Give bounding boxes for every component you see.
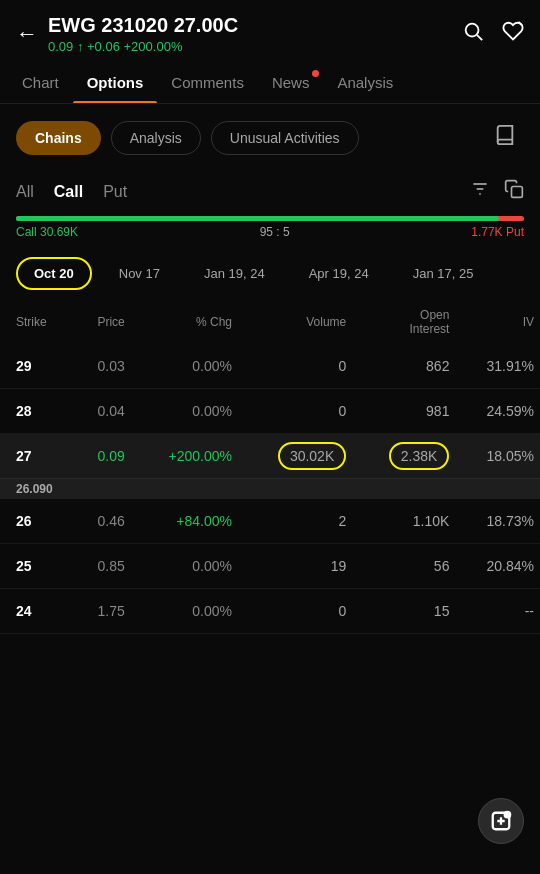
td-price: 0.03 [75, 344, 131, 389]
svg-point-0 [466, 24, 479, 37]
td-iv: 18.05% [455, 434, 540, 479]
td-oi: 1.10K [352, 499, 455, 544]
cp-icons [470, 179, 524, 204]
tab-options[interactable]: Options [73, 62, 158, 103]
td-oi: 862 [352, 344, 455, 389]
header-left: ← EWG 231020 27.00C 0.09 ↑ +0.06 +200.00… [16, 14, 238, 54]
td-price: 0.85 [75, 544, 131, 589]
table-row[interactable]: 25 0.85 0.00% 19 56 20.84% [0, 544, 540, 589]
td-pct-chg: +200.00% [131, 434, 238, 479]
tab-chart[interactable]: Chart [8, 62, 73, 103]
put-option[interactable]: Put [103, 183, 127, 201]
td-oi: 981 [352, 389, 455, 434]
progress-bar-bg [16, 216, 524, 221]
table-header-row: Strike Price % Chg Volume OpenInterest I… [0, 300, 540, 344]
date-chip-jan1924[interactable]: Jan 19, 24 [187, 258, 282, 289]
table-row[interactable]: 27 0.09 +200.00% 30.02K 2.38K 18.05% [0, 434, 540, 479]
td-pct-chg: 0.00% [131, 389, 238, 434]
table-row[interactable]: 28 0.04 0.00% 0 981 24.59% [0, 389, 540, 434]
search-icon[interactable] [462, 20, 484, 48]
td-iv: 18.73% [455, 499, 540, 544]
td-oi: 15 [352, 589, 455, 634]
td-pct-chg: 0.00% [131, 344, 238, 389]
float-button[interactable] [478, 798, 524, 844]
td-oi: 2.38K [352, 434, 455, 479]
nav-tabs: Chart Options Comments News Analysis [0, 62, 540, 104]
td-strike: 25 [0, 544, 75, 589]
table-row[interactable]: 29 0.03 0.00% 0 862 31.91% [0, 344, 540, 389]
sub-tab-unusual[interactable]: Unusual Activities [211, 121, 359, 155]
news-notification-dot [312, 70, 319, 77]
td-strike: 29 [0, 344, 75, 389]
header: ← EWG 231020 27.00C 0.09 ↑ +0.06 +200.00… [0, 0, 540, 62]
options-table: Strike Price % Chg Volume OpenInterest I… [0, 300, 540, 634]
date-row: Oct 20 Nov 17 Jan 19, 24 Apr 19, 24 Jan … [0, 247, 540, 300]
td-volume: 19 [238, 544, 352, 589]
watchlist-icon[interactable] [502, 20, 524, 48]
title-block: EWG 231020 27.00C 0.09 ↑ +0.06 +200.00% [48, 14, 238, 54]
td-pct-chg: +84.00% [131, 499, 238, 544]
td-iv: -- [455, 589, 540, 634]
td-price: 0.04 [75, 389, 131, 434]
table-row[interactable]: 24 1.75 0.00% 0 15 -- [0, 589, 540, 634]
td-volume: 30.02K [238, 434, 352, 479]
ratio-label: 95 : 5 [260, 225, 290, 239]
td-price: 0.09 [75, 434, 131, 479]
progress-bar-fill [16, 216, 499, 221]
put-volume-label: 1.77K Put [471, 225, 524, 239]
call-option[interactable]: Call [54, 183, 83, 201]
th-pct-chg: % Chg [131, 300, 238, 344]
td-pct-chg: 0.00% [131, 589, 238, 634]
td-strike: 26 [0, 499, 75, 544]
td-iv: 31.91% [455, 344, 540, 389]
td-volume: 2 [238, 499, 352, 544]
filter-icon[interactable] [470, 179, 490, 204]
th-volume: Volume [238, 300, 352, 344]
sub-tabs: Chains Analysis Unusual Activities [0, 104, 540, 171]
td-price: 1.75 [75, 589, 131, 634]
td-volume: 0 [238, 389, 352, 434]
ticker-title: EWG 231020 27.00C [48, 14, 238, 37]
td-volume: 0 [238, 589, 352, 634]
td-iv: 20.84% [455, 544, 540, 589]
progress-labels: Call 30.69K 95 : 5 1.77K Put [16, 225, 524, 239]
back-button[interactable]: ← [16, 21, 38, 47]
tab-news[interactable]: News [258, 62, 324, 103]
th-open-interest: OpenInterest [352, 300, 455, 344]
th-price: Price [75, 300, 131, 344]
table-row[interactable]: 26 0.46 +84.00% 2 1.10K 18.73% [0, 499, 540, 544]
call-put-bar: All Call Put [0, 171, 540, 212]
call-volume-label: Call 30.69K [16, 225, 78, 239]
book-icon[interactable] [486, 116, 524, 159]
th-iv: IV [455, 300, 540, 344]
price-indicator-row: 26.090 [0, 479, 540, 500]
header-icons [462, 20, 524, 48]
svg-point-8 [505, 812, 511, 818]
copy-icon[interactable] [504, 179, 524, 204]
td-strike: 24 [0, 589, 75, 634]
date-chip-apr1924[interactable]: Apr 19, 24 [292, 258, 386, 289]
sub-tab-analysis[interactable]: Analysis [111, 121, 201, 155]
td-strike: 27 [0, 434, 75, 479]
svg-line-2 [519, 22, 523, 26]
tab-comments[interactable]: Comments [157, 62, 258, 103]
th-strike: Strike [0, 300, 75, 344]
all-option[interactable]: All [16, 183, 34, 201]
tab-analysis[interactable]: Analysis [323, 62, 407, 103]
date-chip-nov17[interactable]: Nov 17 [102, 258, 177, 289]
td-strike: 28 [0, 389, 75, 434]
td-oi: 56 [352, 544, 455, 589]
td-volume: 0 [238, 344, 352, 389]
progress-section: Call 30.69K 95 : 5 1.77K Put [0, 212, 540, 247]
td-price: 0.46 [75, 499, 131, 544]
date-chip-jan1725[interactable]: Jan 17, 25 [396, 258, 491, 289]
td-pct-chg: 0.00% [131, 544, 238, 589]
sub-tab-chains[interactable]: Chains [16, 121, 101, 155]
date-chip-oct20[interactable]: Oct 20 [16, 257, 92, 290]
price-change: 0.09 ↑ +0.06 +200.00% [48, 39, 238, 54]
svg-rect-6 [512, 187, 523, 198]
td-iv: 24.59% [455, 389, 540, 434]
svg-line-1 [477, 35, 482, 40]
